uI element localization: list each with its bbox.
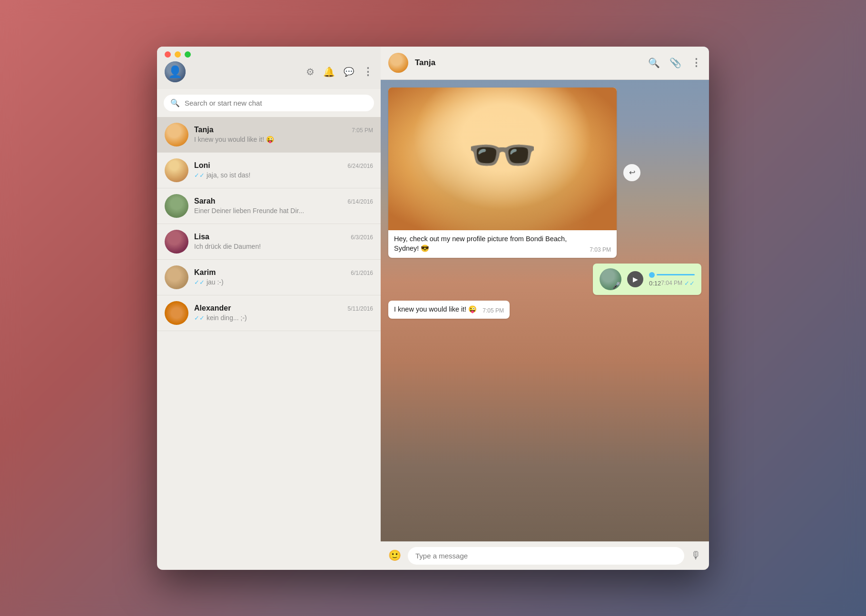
voice-message-time: 7:04 PM — [661, 280, 682, 286]
voice-message: ▶ 0:12 7:04 PM ✓✓ — [593, 264, 701, 295]
chat-content-tanja: Tanja 7:05 PM I knew you would like it! … — [194, 126, 373, 143]
chat-top-loni: Loni 6/24/2016 — [194, 161, 373, 170]
photo-message: Hey, check out my new profile picture fr… — [388, 88, 617, 258]
chat-search-icon[interactable]: 🔍 — [648, 57, 660, 68]
sidebar-header-wrap: ⚙ 🔔 💬 ⋮ — [157, 47, 381, 89]
voice-time-check: 7:04 PM ✓✓ — [661, 280, 695, 287]
chat-more-icon[interactable]: ⋮ — [691, 57, 701, 69]
voice-bottom: 0:12 7:04 PM ✓✓ — [649, 280, 695, 287]
photo-message-wrapper: Hey, check out my new profile picture fr… — [388, 88, 617, 258]
close-button[interactable] — [165, 51, 171, 58]
chat-header-avatar-tanja — [388, 53, 408, 73]
avatar-tanja — [165, 123, 188, 147]
mic-button[interactable]: 🎙 — [691, 549, 701, 562]
chat-preview-lisa: Ich drück die Daumen! — [194, 243, 373, 250]
play-icon: ▶ — [633, 275, 638, 283]
chat-content-sarah: Sarah 6/14/2016 Einer Deiner lieben Freu… — [194, 197, 373, 215]
chat-preview-tanja: I knew you would like it! 😜 — [194, 136, 373, 143]
avatar-loni — [165, 158, 188, 182]
text-message: I knew you would like it! 😜 7:05 PM — [388, 301, 510, 319]
text-message-row: I knew you would like it! 😜 7:05 PM — [394, 304, 504, 314]
chat-list: Tanja 7:05 PM I knew you would like it! … — [157, 117, 381, 570]
double-check-alexander: ✓✓ — [194, 314, 205, 322]
chat-content-lisa: Lisa 6/3/2016 Ich drück die Daumen! — [194, 233, 373, 250]
more-icon[interactable]: ⋮ — [363, 66, 373, 78]
chat-time-loni: 6/24/2016 — [348, 163, 373, 169]
maximize-button[interactable] — [185, 51, 191, 58]
sidebar-header: ⚙ 🔔 💬 ⋮ — [157, 58, 381, 89]
chat-time-sarah: 6/14/2016 — [348, 198, 373, 205]
avatar-karim — [165, 265, 188, 289]
chat-item-sarah[interactable]: Sarah 6/14/2016 Einer Deiner lieben Freu… — [157, 188, 381, 224]
chat-content-alexander: Alexander 5/11/2016 ✓✓ kein ding... ;-) — [194, 304, 373, 322]
text-message-content: I knew you would like it! 😜 — [394, 304, 477, 314]
chat-item-lisa[interactable]: Lisa 6/3/2016 Ich drück die Daumen! — [157, 224, 381, 260]
chat-preview-loni: ✓✓ jaja, so ist das! — [194, 171, 373, 179]
messages-area: Hey, check out my new profile picture fr… — [381, 80, 709, 541]
notifications-icon[interactable]: 🔔 — [323, 66, 335, 78]
search-input[interactable] — [185, 99, 367, 107]
avatar-lisa — [165, 230, 188, 254]
chat-time-karim: 6/1/2016 — [351, 270, 373, 276]
settings-icon[interactable]: ⚙ — [306, 66, 315, 78]
chat-time-lisa: 6/3/2016 — [351, 234, 373, 241]
photo-message-time: 7:03 PM — [590, 246, 611, 253]
chat-attach-icon[interactable]: 📎 — [669, 57, 681, 68]
traffic-lights-row — [157, 47, 381, 58]
search-icon: 🔍 — [170, 98, 180, 108]
chat-panel: Tanja 🔍 📎 ⋮ Hey, check out my new profil… — [381, 47, 709, 570]
text-message-time: 7:05 PM — [482, 307, 504, 314]
minimize-button[interactable] — [175, 51, 181, 58]
chat-content-loni: Loni 6/24/2016 ✓✓ jaja, so ist das! — [194, 161, 373, 179]
chat-top-tanja: Tanja 7:05 PM — [194, 126, 373, 134]
chat-top-sarah: Sarah 6/14/2016 — [194, 197, 373, 205]
chat-name-karim: Karim — [194, 268, 216, 277]
photo-message-text-row: Hey, check out my new profile picture fr… — [394, 234, 611, 254]
chat-name-loni: Loni — [194, 161, 210, 170]
chat-item-alexander[interactable]: Alexander 5/11/2016 ✓✓ kein ding... ;-) — [157, 295, 381, 331]
app-window: ⚙ 🔔 💬 ⋮ 🔍 Tanja 7:05 PM — [157, 47, 709, 570]
sidebar: ⚙ 🔔 💬 ⋮ 🔍 Tanja 7:05 PM — [157, 47, 381, 570]
photo-image — [388, 88, 617, 230]
avatar-alexander — [165, 301, 188, 325]
chat-panel-header: Tanja 🔍 📎 ⋮ — [381, 47, 709, 80]
my-avatar[interactable] — [165, 61, 186, 82]
sidebar-header-icons: ⚙ 🔔 💬 ⋮ — [306, 66, 373, 78]
chat-header-name: Tanja — [415, 58, 641, 68]
double-check-loni: ✓✓ — [194, 172, 205, 179]
voice-play-button[interactable]: ▶ — [627, 271, 643, 287]
double-check-karim: ✓✓ — [194, 279, 205, 286]
photo-content[interactable] — [388, 88, 617, 230]
chat-item-tanja[interactable]: Tanja 7:05 PM I knew you would like it! … — [157, 117, 381, 153]
chat-time-alexander: 5/11/2016 — [348, 305, 373, 312]
chat-item-karim[interactable]: Karim 6/1/2016 ✓✓ jau :-) — [157, 260, 381, 295]
emoji-button[interactable]: 🙂 — [388, 549, 401, 562]
compose-icon[interactable]: 💬 — [344, 67, 354, 77]
chat-name-sarah: Sarah — [194, 197, 215, 205]
my-avatar-image — [165, 61, 186, 82]
chat-header-icons: 🔍 📎 ⋮ — [648, 57, 701, 69]
chat-preview-alexander: ✓✓ kein ding... ;-) — [194, 314, 373, 322]
message-input-bar: 🙂 🎙 — [381, 541, 709, 570]
voice-progress-dot — [649, 272, 655, 278]
message-input[interactable] — [408, 547, 684, 565]
chat-item-loni[interactable]: Loni 6/24/2016 ✓✓ jaja, so ist das! — [157, 153, 381, 188]
chat-top-lisa: Lisa 6/3/2016 — [194, 233, 373, 241]
chat-content-karim: Karim 6/1/2016 ✓✓ jau :-) — [194, 268, 373, 286]
avatar-sarah — [165, 194, 188, 218]
chat-preview-sarah: Einer Deiner lieben Freunde hat Dir... — [194, 207, 373, 215]
voice-waveform — [649, 272, 695, 278]
voice-content: 0:12 7:04 PM ✓✓ — [649, 272, 695, 287]
chat-preview-karim: ✓✓ jau :-) — [194, 278, 373, 286]
voice-progress-line — [657, 274, 695, 275]
forward-button[interactable]: ↩ — [623, 164, 640, 181]
voice-duration: 0:12 — [649, 280, 661, 287]
chat-name-alexander: Alexander — [194, 304, 231, 313]
chat-name-tanja: Tanja — [194, 126, 214, 134]
photo-message-text: Hey, check out my new profile picture fr… — [394, 234, 584, 254]
voice-message-avatar — [600, 268, 621, 290]
chat-top-alexander: Alexander 5/11/2016 — [194, 304, 373, 313]
photo-message-text-area: Hey, check out my new profile picture fr… — [388, 230, 617, 258]
search-bar: 🔍 — [164, 95, 374, 111]
chat-name-lisa: Lisa — [194, 233, 209, 241]
